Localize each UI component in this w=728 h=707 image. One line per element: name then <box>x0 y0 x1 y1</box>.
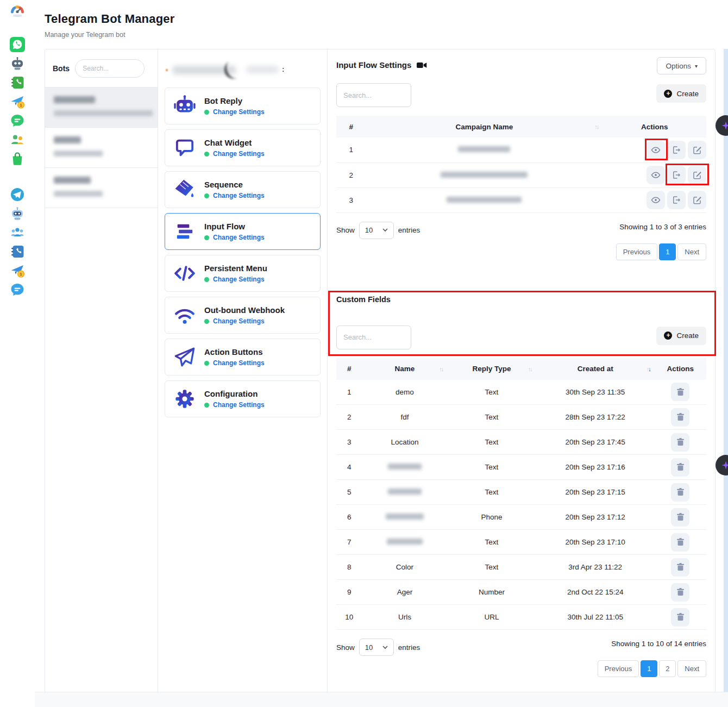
custom-fields-search-input[interactable] <box>336 326 411 349</box>
page-number-button[interactable]: 1 <box>659 243 676 260</box>
chatbot-icon[interactable] <box>10 56 25 71</box>
delete-button[interactable] <box>671 483 689 502</box>
telegram-chat-icon[interactable] <box>10 282 25 297</box>
trash-icon <box>676 612 685 622</box>
menu-item-chat-widget[interactable]: Chat Widget Change Settings <box>165 129 321 166</box>
telegram-campaign-icon[interactable]: 1 <box>10 263 25 278</box>
redacted-bot-username <box>54 191 103 197</box>
bot-list-item[interactable] <box>45 128 158 168</box>
next-page-button[interactable]: Next <box>677 243 706 260</box>
previous-page-button[interactable]: Previous <box>598 660 639 677</box>
community-icon[interactable] <box>10 132 25 147</box>
change-settings-link[interactable]: Change Settings <box>213 359 265 367</box>
delete-button[interactable] <box>671 408 689 427</box>
menu-item-sequence[interactable]: Sequence Change Settings <box>165 171 321 208</box>
trash-icon <box>676 437 685 447</box>
trash-icon <box>676 512 685 522</box>
dashboard-gauge-icon[interactable] <box>10 3 25 18</box>
telegram-bot-icon[interactable] <box>10 206 25 221</box>
edit-button[interactable] <box>688 191 706 209</box>
contacts-book-icon[interactable] <box>10 75 25 90</box>
custom-field-row: 8Color Text3rd Apr 23 11:22 <box>336 555 706 580</box>
reply-type: URL <box>447 605 536 630</box>
options-button[interactable]: Options ▾ <box>657 57 706 74</box>
entries-label: entries <box>398 643 421 652</box>
change-settings-link[interactable]: Change Settings <box>213 150 265 158</box>
change-settings-link[interactable]: Change Settings <box>213 276 265 283</box>
next-page-button[interactable]: Next <box>677 660 706 677</box>
view-button[interactable] <box>647 191 665 209</box>
store-bag-icon[interactable] <box>10 151 25 166</box>
whatsapp-icon[interactable] <box>10 37 25 52</box>
export-button[interactable] <box>667 141 686 159</box>
campaign-send-icon[interactable]: 1 <box>10 94 25 109</box>
menu-item-persistent-menu[interactable]: Persistent Menu Change Settings <box>165 255 321 292</box>
menu-item-bot-reply[interactable]: Bot Reply Change Settings <box>165 87 321 124</box>
previous-page-button[interactable]: Previous <box>616 243 658 260</box>
custom-fields-page-size-select[interactable]: 10 <box>359 639 394 656</box>
menu-item-action-buttons[interactable]: Action Buttons Change Settings <box>165 339 321 376</box>
column-header-name[interactable]: Name ↑↓ <box>362 358 448 380</box>
telegram-icon[interactable] <box>10 187 25 202</box>
export-button[interactable] <box>667 166 686 184</box>
flow-create-button[interactable]: + Create <box>656 84 706 103</box>
custom-field-row: 6 Phone20th Sep 23 17:12 <box>336 505 706 530</box>
sms-chat-icon[interactable] <box>10 113 25 128</box>
view-button[interactable] <box>647 141 665 159</box>
configuration-icon <box>173 387 197 411</box>
delete-button[interactable] <box>671 433 689 452</box>
delete-button[interactable] <box>671 558 689 577</box>
flow-page-size-select[interactable]: 10 <box>359 222 394 239</box>
campaign-row: 3 <box>336 187 706 212</box>
trash-icon <box>676 562 685 572</box>
scrollbar[interactable] <box>724 49 728 707</box>
svg-text:1: 1 <box>20 103 22 108</box>
custom-field-row: 5 Text20th Sep 23 17:15 <box>336 480 706 505</box>
delete-button[interactable] <box>671 508 689 527</box>
view-button[interactable] <box>647 166 665 184</box>
field-name: Urls <box>362 605 448 630</box>
bot-list-item[interactable] <box>45 168 158 208</box>
edit-icon <box>692 145 702 155</box>
change-settings-link[interactable]: Change Settings <box>213 234 265 241</box>
custom-field-row: 7 Text20th Sep 23 17:10 <box>336 530 706 555</box>
change-settings-link[interactable]: Change Settings <box>213 401 265 409</box>
column-header-number[interactable]: # <box>336 116 366 137</box>
delete-button[interactable] <box>671 583 689 602</box>
menu-item-label: Sequence <box>204 180 265 189</box>
delete-button[interactable] <box>671 608 689 627</box>
menu-item-configuration[interactable]: Configuration Change Settings <box>165 380 321 417</box>
reply-type: Text <box>447 405 536 430</box>
bots-search-input[interactable] <box>75 59 145 78</box>
column-header-reply-type[interactable]: Reply Type ↑↓ <box>447 358 536 380</box>
custom-fields-create-button[interactable]: + Create <box>656 327 706 345</box>
plus-circle-icon: + <box>664 331 672 340</box>
menu-item-outbound-webhook[interactable]: Out-bound Webhook Change Settings <box>165 297 321 334</box>
bot-list-item[interactable] <box>45 87 158 128</box>
status-dot <box>204 110 209 115</box>
menu-item-input-flow[interactable]: Input Flow Change Settings <box>165 213 321 250</box>
export-button[interactable] <box>667 191 686 209</box>
column-header-campaign-name[interactable]: Campaign Name ↑↓ <box>366 116 603 137</box>
change-settings-link[interactable]: Change Settings <box>213 317 265 325</box>
change-settings-link[interactable]: Change Settings <box>213 108 265 116</box>
telegram-contacts-icon[interactable] <box>10 244 25 259</box>
video-camera-icon <box>417 61 427 69</box>
created-at: 20th Sep 23 17:12 <box>536 505 655 530</box>
status-dot <box>204 277 209 282</box>
change-settings-link[interactable]: Change Settings <box>213 192 265 199</box>
column-header-created-at[interactable]: Created at ↑↓ <box>536 358 655 380</box>
page-number-button[interactable]: 2 <box>659 660 676 677</box>
sort-icon: ↑↓ <box>439 366 443 372</box>
delete-button[interactable] <box>671 383 689 401</box>
edit-button[interactable] <box>688 166 706 184</box>
page-number-button[interactable]: 1 <box>641 660 657 677</box>
reply-type: Text <box>447 380 536 405</box>
edit-button[interactable] <box>688 141 706 159</box>
column-header-number[interactable]: # <box>336 358 362 380</box>
main-content: Telegram Bot Manager Manage your Telegra… <box>35 0 728 707</box>
flow-search-input[interactable] <box>336 83 411 107</box>
delete-button[interactable] <box>671 458 689 477</box>
telegram-community-icon[interactable] <box>10 225 25 240</box>
delete-button[interactable] <box>671 533 689 552</box>
